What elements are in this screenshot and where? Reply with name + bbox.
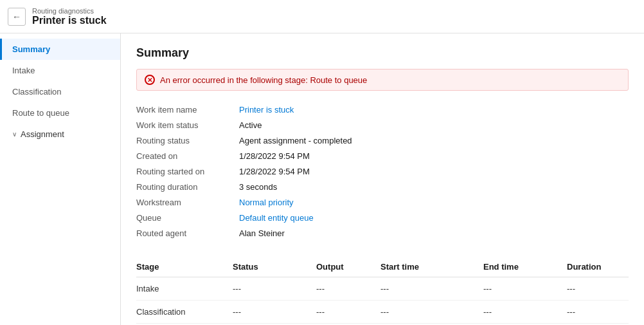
th-output: Output: [316, 257, 380, 277]
page-header: ← Routing diagnostics Printer is stuck: [0, 0, 644, 33]
value-routing-duration: 3 seconds: [239, 182, 277, 192]
label-routed-agent: Routed agent: [136, 228, 239, 238]
sidebar-item-route-to-queue[interactable]: Route to queue: [0, 102, 120, 124]
table-row: Intake --- --- --- --- ---: [136, 277, 629, 301]
table-header-row: Stage Status Output Start time End time …: [136, 257, 629, 277]
end-intake: ---: [483, 277, 567, 301]
info-row-work-item-name: Work item name Printer is stuck: [136, 102, 629, 118]
sidebar-item-classification[interactable]: Classification: [0, 81, 120, 102]
stage-classification: Classification: [136, 301, 233, 324]
value-routed-agent: Alan Steiner: [239, 228, 285, 238]
th-end-time: End time: [483, 257, 567, 277]
sidebar-item-summary[interactable]: Summary: [0, 39, 120, 60]
end-classification: ---: [483, 301, 567, 324]
info-row-work-item-status: Work item status Active: [136, 118, 629, 133]
header-text-group: Routing diagnostics Printer is stuck: [32, 7, 107, 26]
th-duration: Duration: [567, 257, 629, 277]
info-row-queue: Queue Default entity queue: [136, 210, 629, 226]
info-table: Work item name Printer is stuck Work ite…: [136, 102, 629, 241]
page-title: Printer is stuck: [32, 15, 107, 26]
value-work-item-name[interactable]: Printer is stuck: [239, 105, 294, 115]
info-row-routing-status: Routing status Agent assignment - comple…: [136, 133, 629, 149]
chevron-icon: ∨: [12, 131, 17, 138]
back-icon: ←: [12, 12, 21, 22]
stage-table: Stage Status Output Start time End time …: [136, 257, 629, 325]
label-routing-started-on: Routing started on: [136, 167, 239, 176]
label-queue: Queue: [136, 213, 239, 223]
value-routing-started-on: 1/28/2022 9:54 PM: [239, 167, 310, 176]
stage-intake: Intake: [136, 277, 233, 301]
output-intake: ---: [316, 277, 380, 301]
info-row-routing-duration: Routing duration 3 seconds: [136, 180, 629, 195]
info-row-routed-agent: Routed agent Alan Steiner: [136, 226, 629, 241]
value-created-on: 1/28/2022 9:54 PM: [239, 151, 310, 161]
start-intake: ---: [380, 277, 483, 301]
table-row: Classification --- --- --- --- ---: [136, 301, 629, 324]
label-work-item-name: Work item name: [136, 105, 239, 115]
info-row-workstream: Workstream Normal priority: [136, 195, 629, 210]
value-work-item-status: Active: [239, 120, 262, 130]
sidebar: Summary Intake Classification Route to q…: [0, 33, 121, 325]
duration-intake: ---: [567, 277, 629, 301]
content-title: Summary: [136, 46, 629, 60]
main-content: Summary ✕ An error occurred in the follo…: [121, 33, 644, 325]
value-queue[interactable]: Default entity queue: [239, 213, 314, 223]
main-layout: Summary Intake Classification Route to q…: [0, 33, 644, 325]
status-classification: ---: [233, 301, 316, 324]
error-banner: ✕ An error occurred in the following sta…: [136, 69, 629, 91]
sidebar-item-intake[interactable]: Intake: [0, 60, 120, 81]
status-intake: ---: [233, 277, 316, 301]
info-row-routing-started-on: Routing started on 1/28/2022 9:54 PM: [136, 164, 629, 180]
label-workstream: Workstream: [136, 198, 239, 207]
output-classification: ---: [316, 301, 380, 324]
duration-classification: ---: [567, 301, 629, 324]
start-classification: ---: [380, 301, 483, 324]
value-workstream[interactable]: Normal priority: [239, 198, 294, 207]
th-start-time: Start time: [380, 257, 483, 277]
th-status: Status: [233, 257, 316, 277]
label-work-item-status: Work item status: [136, 120, 239, 130]
label-routing-status: Routing status: [136, 136, 239, 145]
error-icon: ✕: [145, 75, 155, 85]
label-created-on: Created on: [136, 151, 239, 161]
label-routing-duration: Routing duration: [136, 182, 239, 192]
info-row-created-on: Created on 1/28/2022 9:54 PM: [136, 149, 629, 164]
back-button[interactable]: ←: [8, 8, 26, 26]
value-routing-status: Agent assignment - completed: [239, 136, 352, 145]
error-banner-text: An error occurred in the following stage…: [160, 75, 367, 85]
th-stage: Stage: [136, 257, 233, 277]
sidebar-item-assignment[interactable]: ∨ Assignment: [0, 124, 120, 145]
breadcrumb: Routing diagnostics: [32, 7, 107, 15]
